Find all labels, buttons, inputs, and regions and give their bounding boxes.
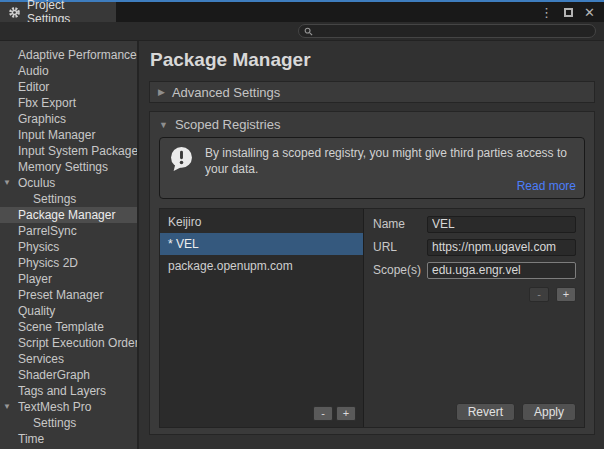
advanced-settings-label: Advanced Settings <box>172 85 280 100</box>
toolbar <box>0 22 604 41</box>
maximize-icon[interactable] <box>564 8 573 17</box>
sidebar-item-label: Settings <box>33 416 76 430</box>
chevron-right-icon: ▶ <box>158 87 165 97</box>
search-icon <box>304 27 313 36</box>
sidebar-item-oculus[interactable]: ▼Oculus <box>0 175 137 191</box>
search-input[interactable] <box>298 24 596 38</box>
page-title: Package Manager <box>150 49 595 71</box>
sidebar-item-audio[interactable]: Audio <box>0 63 137 79</box>
sidebar-item-scene-template[interactable]: Scene Template <box>0 319 137 335</box>
sidebar-item-shadergraph[interactable]: ShaderGraph <box>0 367 137 383</box>
settings-sidebar: Adaptive PerformanceAudioEditorFbx Expor… <box>0 41 139 449</box>
registry-row[interactable]: package.openupm.com <box>160 255 363 277</box>
revert-button[interactable]: Revert <box>456 403 515 421</box>
exclamation-bubble-icon <box>168 145 195 172</box>
sidebar-item-label: Time <box>18 432 44 446</box>
project-settings-window: Project Settings ⋮ ✕ Adaptive Performanc… <box>0 0 604 449</box>
sidebar-item-label: ShaderGraph <box>18 368 90 382</box>
registry-row[interactable]: * VEL <box>160 233 363 255</box>
sidebar-item-label: Quality <box>18 304 55 318</box>
sidebar-item-memory-settings[interactable]: Memory Settings <box>0 159 137 175</box>
form-field-row: Name <box>373 216 576 233</box>
sidebar-item-services[interactable]: Services <box>0 351 137 367</box>
sidebar-item-player[interactable]: Player <box>0 271 137 287</box>
window-controls: ⋮ ✕ <box>540 2 604 22</box>
registry-row[interactable]: Keijiro <box>160 211 363 233</box>
sidebar-item-label: Services <box>18 352 64 366</box>
apply-button[interactable]: Apply <box>522 403 576 421</box>
sidebar-item-label: Editor <box>18 80 49 94</box>
name-field[interactable] <box>427 216 576 233</box>
sidebar-item-time[interactable]: Time <box>0 431 137 447</box>
sidebar-item-quality[interactable]: Quality <box>0 303 137 319</box>
sidebar-item-label: Tags and Layers <box>18 384 106 398</box>
registry-list-footer: - + <box>160 406 363 427</box>
sidebar-item-settings[interactable]: Settings <box>0 415 137 431</box>
form-actions: Revert Apply <box>373 403 576 421</box>
add-scope-button[interactable]: + <box>556 287 576 302</box>
chevron-down-icon[interactable]: ▼ <box>3 399 11 415</box>
sidebar-item-parrelsync[interactable]: ParrelSync <box>0 223 137 239</box>
sidebar-item-label: Physics 2D <box>18 256 78 270</box>
tab-project-settings[interactable]: Project Settings <box>0 2 116 22</box>
sidebar-item-label: Physics <box>18 240 59 254</box>
sidebar-item-label: TextMesh Pro <box>18 400 91 414</box>
chevron-down-icon[interactable]: ▼ <box>3 175 11 191</box>
sidebar-item-label: Adaptive Performance <box>18 48 137 62</box>
sidebar-item-label: Scene Template <box>18 320 104 334</box>
sidebar-item-label: Input System Package <box>18 144 137 158</box>
sidebar-item-label: Script Execution Order <box>18 336 137 350</box>
chevron-down-icon: ▼ <box>159 120 168 130</box>
sidebar-item-preset-manager[interactable]: Preset Manager <box>0 287 137 303</box>
sidebar-item-label: ParrelSync <box>18 224 77 238</box>
sidebar-item-physics[interactable]: Physics <box>0 239 137 255</box>
field-label: Scope(s) <box>373 263 427 277</box>
registry-list: Keijiro* VELpackage.openupm.com - + <box>160 209 364 427</box>
scope-s--field[interactable] <box>427 262 576 279</box>
sidebar-item-package-manager[interactable]: Package Manager <box>0 207 137 223</box>
sidebar-item-label: Input Manager <box>18 128 95 142</box>
form-field-row: Scope(s) <box>373 262 576 279</box>
field-label: URL <box>373 240 427 254</box>
window-body: Adaptive PerformanceAudioEditorFbx Expor… <box>0 41 604 449</box>
form-field-row: URL <box>373 239 576 256</box>
sidebar-item-label: Memory Settings <box>18 160 108 174</box>
remove-scope-button[interactable]: - <box>529 287 549 302</box>
scope-buttons: - + <box>373 287 576 302</box>
warning-text-wrap: By installing a scoped registry, you mig… <box>205 145 576 195</box>
sidebar-item-adaptive-performance[interactable]: Adaptive Performance <box>0 47 137 63</box>
sidebar-item-label: Preset Manager <box>18 288 103 302</box>
gear-icon <box>8 6 21 19</box>
sidebar-item-label: Settings <box>33 192 76 206</box>
sidebar-item-label: Oculus <box>18 176 55 190</box>
read-more-link[interactable]: Read more <box>517 179 576 193</box>
sidebar-item-graphics[interactable]: Graphics <box>0 111 137 127</box>
sidebar-item-script-execution-order[interactable]: Script Execution Order <box>0 335 137 351</box>
scoped-registries-foldout[interactable]: ▼ Scoped Registries <box>159 112 585 137</box>
remove-registry-button[interactable]: - <box>313 406 333 421</box>
sidebar-item-tags-and-layers[interactable]: Tags and Layers <box>0 383 137 399</box>
sidebar-item-label: Package Manager <box>18 208 115 222</box>
sidebar-item-label: Graphics <box>18 112 66 126</box>
sidebar-item-fbx-export[interactable]: Fbx Export <box>0 95 137 111</box>
scoped-registries-group: ▼ Scoped Registries By installing a scop… <box>149 111 595 435</box>
sidebar-item-label: Player <box>18 272 52 286</box>
window-menu-icon[interactable]: ⋮ <box>540 6 553 19</box>
sidebar-item-input-system-package[interactable]: Input System Package <box>0 143 137 159</box>
registries-panel: Keijiro* VELpackage.openupm.com - + Name… <box>159 208 585 428</box>
sidebar-item-label: Fbx Export <box>18 96 76 110</box>
advanced-settings-foldout[interactable]: ▶ Advanced Settings <box>149 81 595 103</box>
sidebar-item-settings[interactable]: Settings <box>0 191 137 207</box>
warning-text: By installing a scoped registry, you mig… <box>205 146 567 176</box>
sidebar-item-textmesh-pro[interactable]: ▼TextMesh Pro <box>0 399 137 415</box>
sidebar-item-editor[interactable]: Editor <box>0 79 137 95</box>
add-registry-button[interactable]: + <box>336 406 356 421</box>
scoped-registries-label: Scoped Registries <box>175 117 281 132</box>
sidebar-item-physics-2d[interactable]: Physics 2D <box>0 255 137 271</box>
sidebar-item-input-manager[interactable]: Input Manager <box>0 127 137 143</box>
field-label: Name <box>373 217 427 231</box>
close-icon[interactable]: ✕ <box>584 6 595 19</box>
titlebar: Project Settings ⋮ ✕ <box>0 2 604 22</box>
scoped-registry-warning: By installing a scoped registry, you mig… <box>159 137 585 199</box>
url-field[interactable] <box>427 239 576 256</box>
